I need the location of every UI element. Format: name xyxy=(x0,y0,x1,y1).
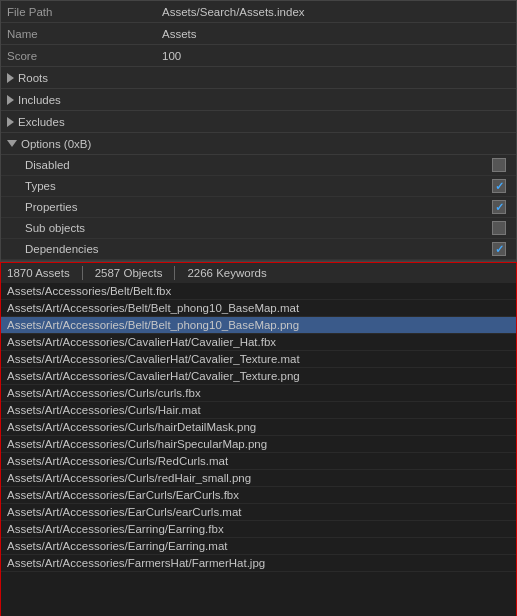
score-label: Score xyxy=(1,48,156,64)
option-types-label: Types xyxy=(25,180,492,192)
includes-section[interactable]: Includes xyxy=(1,89,516,111)
name-label: Name xyxy=(1,26,156,42)
list-item[interactable]: Assets/Art/Accessories/Belt/Belt_phong10… xyxy=(1,300,516,317)
list-item[interactable]: Assets/Art/Accessories/Belt/Belt_phong10… xyxy=(1,317,516,334)
list-item[interactable]: Assets/Art/Accessories/Curls/curls.fbx xyxy=(1,385,516,402)
option-disabled-checkbox[interactable] xyxy=(492,158,506,172)
option-disabled-row: Disabled xyxy=(1,155,516,176)
options-label: Options (0xB) xyxy=(21,138,91,150)
file-path-row: File Path Assets/Search/Assets.index xyxy=(1,1,516,23)
roots-section[interactable]: Roots xyxy=(1,67,516,89)
options-section: Options (0xB) Disabled Types Properties … xyxy=(1,133,516,261)
top-panel: File Path Assets/Search/Assets.index Nam… xyxy=(0,0,517,262)
option-subobjects-row: Sub objects xyxy=(1,218,516,239)
list-item[interactable]: Assets/Art/Accessories/FarmersHat/Farmer… xyxy=(1,555,516,572)
option-subobjects-label: Sub objects xyxy=(25,222,492,234)
list-item[interactable]: Assets/Art/Accessories/Curls/RedCurls.ma… xyxy=(1,453,516,470)
list-item[interactable]: Assets/Art/Accessories/Curls/hairDetailM… xyxy=(1,419,516,436)
includes-label: Includes xyxy=(18,94,61,106)
file-list[interactable]: Assets/Accessories/Belt/Belt.fbxAssets/A… xyxy=(1,283,516,616)
options-header[interactable]: Options (0xB) xyxy=(1,133,516,155)
score-value: 100 xyxy=(156,48,516,64)
list-item[interactable]: Assets/Art/Accessories/EarCurls/earCurls… xyxy=(1,504,516,521)
assets-stat: 1870 Assets xyxy=(7,267,70,279)
name-value: Assets xyxy=(156,26,516,42)
option-types-row: Types xyxy=(1,176,516,197)
list-item[interactable]: Assets/Art/Accessories/Earring/Earring.f… xyxy=(1,521,516,538)
roots-label: Roots xyxy=(18,72,48,84)
list-item[interactable]: Assets/Art/Accessories/Curls/redHair_sma… xyxy=(1,470,516,487)
includes-triangle-icon xyxy=(7,95,14,105)
list-item[interactable]: Assets/Art/Accessories/CavalierHat/Caval… xyxy=(1,351,516,368)
list-item[interactable]: Assets/Art/Accessories/CavalierHat/Caval… xyxy=(1,368,516,385)
option-dependencies-checkbox[interactable] xyxy=(492,242,506,256)
option-properties-row: Properties xyxy=(1,197,516,218)
options-triangle-icon xyxy=(7,140,17,147)
name-row: Name Assets xyxy=(1,23,516,45)
list-item[interactable]: Assets/Art/Accessories/CavalierHat/Caval… xyxy=(1,334,516,351)
option-properties-checkbox[interactable] xyxy=(492,200,506,214)
option-dependencies-label: Dependencies xyxy=(25,243,492,255)
stats-bar: 1870 Assets 2587 Objects 2266 Keywords xyxy=(0,262,517,283)
list-item[interactable]: Assets/Accessories/Belt/Belt.fbx xyxy=(1,283,516,300)
roots-triangle-icon xyxy=(7,73,14,83)
file-path-value: Assets/Search/Assets.index xyxy=(156,4,516,20)
option-dependencies-row: Dependencies xyxy=(1,239,516,260)
option-properties-label: Properties xyxy=(25,201,492,213)
stat-separator-1 xyxy=(82,266,83,280)
stat-separator-2 xyxy=(174,266,175,280)
keywords-stat: 2266 Keywords xyxy=(187,267,266,279)
objects-stat: 2587 Objects xyxy=(95,267,163,279)
list-item[interactable]: Assets/Art/Accessories/EarCurls/EarCurls… xyxy=(1,487,516,504)
excludes-section[interactable]: Excludes xyxy=(1,111,516,133)
list-item[interactable]: Assets/Art/Accessories/Curls/Hair.mat xyxy=(1,402,516,419)
option-types-checkbox[interactable] xyxy=(492,179,506,193)
excludes-triangle-icon xyxy=(7,117,14,127)
option-subobjects-checkbox[interactable] xyxy=(492,221,506,235)
score-row: Score 100 xyxy=(1,45,516,67)
file-list-container: Assets/Accessories/Belt/Belt.fbxAssets/A… xyxy=(0,283,517,616)
option-disabled-label: Disabled xyxy=(25,159,492,171)
excludes-label: Excludes xyxy=(18,116,65,128)
list-item[interactable]: Assets/Art/Accessories/Earring/Earring.m… xyxy=(1,538,516,555)
list-item[interactable]: Assets/Art/Accessories/Curls/hairSpecula… xyxy=(1,436,516,453)
file-path-label: File Path xyxy=(1,4,156,20)
